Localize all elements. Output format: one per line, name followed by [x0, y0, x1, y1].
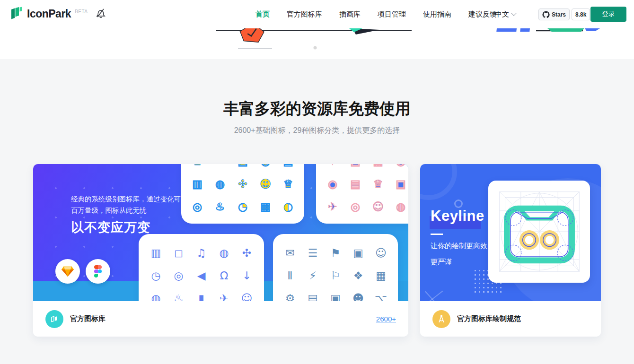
github-stars-widget[interactable]: Stars 8.8k [538, 9, 590, 20]
library-description: 经典的系统级别图标库，通过变化可达到百万量级，图标从此无忧 [71, 193, 196, 216]
luggage-icon: ▤ [301, 287, 324, 301]
main-nav: 首页 官方图标库 插画库 项目管理 使用指南 建议反馈 [255, 0, 497, 28]
hero-illustration-fragment [0, 28, 634, 59]
icon-panel-multicolor-2: ✦▣▦◉◉▤♛▣✈◎☺◍ [316, 164, 408, 224]
github-stars-button[interactable]: Stars [538, 9, 570, 20]
cassette-keyline-illustration [493, 185, 586, 278]
language-selector[interactable]: 中文 [495, 0, 516, 28]
user-icon: ☻ [254, 173, 277, 195]
nav-home[interactable]: 首页 [255, 10, 270, 19]
chevron-down-icon [511, 10, 516, 16]
nav-illustrations[interactable]: 插画库 [339, 10, 361, 19]
network-icon: ❖ [347, 264, 370, 287]
github-icon [542, 11, 550, 18]
library-badge-icon [50, 314, 59, 324]
nav-projects[interactable]: 项目管理 [378, 10, 406, 19]
login-button[interactable]: 登录 [590, 7, 626, 22]
section-subtitle: 2600+基础图标，29种图标分类，提供更多的选择 [0, 126, 634, 136]
keyline-graphic: Keyline 让你的绘制更高效 更严谨 [420, 164, 601, 301]
signpost-icon: ⚐ [324, 264, 347, 287]
github-star-count[interactable]: 8.8k [572, 9, 590, 20]
library-headline: 以不变应万变 [71, 219, 150, 236]
unlock-icon: ◻ [167, 242, 190, 264]
printer-icon: ▤ [277, 164, 299, 173]
sketch-icon [61, 265, 74, 277]
pinwheel-icon: ✣ [236, 242, 258, 264]
monitor-icon: ▣ [324, 287, 347, 301]
people-icon: ☻ [347, 287, 370, 301]
tv-icon: ▦ [370, 264, 392, 287]
building-icon: ⌂ [186, 164, 209, 173]
decor-ring [454, 199, 463, 208]
github-stars-label: Stars [552, 11, 566, 18]
compass-icon [437, 314, 446, 324]
crown-icon: ♛ [367, 173, 389, 195]
camera-icon: ◉ [389, 164, 408, 173]
joystick-icon: ⚙ [279, 287, 301, 301]
save-icon: ▣ [231, 164, 254, 173]
keyline-card-footer: 官方图标库绘制规范 [420, 301, 601, 337]
bell-off-icon[interactable] [96, 8, 106, 21]
logo[interactable]: IconPark BETA [9, 7, 106, 21]
battery-icon: ⚡ [301, 264, 324, 287]
top-navbar: IconPark BETA 首页 官方图标库 插画库 项目管理 使用指南 建议反… [0, 0, 634, 28]
smiley-icon: ☺ [236, 287, 258, 301]
keyline-illustration-panel [488, 181, 590, 283]
iconpark-logo-icon [9, 7, 24, 21]
keyline-underline [431, 234, 443, 235]
fire-icon: ♨ [167, 287, 190, 301]
keyline-badge [432, 310, 450, 328]
nav-guide[interactable]: 使用指南 [423, 10, 451, 19]
pinwheel-icon: ✣ [231, 173, 254, 195]
nav-official-icons[interactable]: 官方图标库 [287, 10, 322, 19]
chrome-icon: ◍ [145, 287, 167, 301]
icon-panel-filled: ✉☰⚑▣☺Ⅱ⚡⚐❖▦⚙▤▣☻⌥ [273, 234, 398, 301]
send-icon: ✈ [213, 287, 236, 301]
notebook-icon: ▥ [145, 242, 167, 264]
face-icon: ☺ [367, 195, 389, 218]
decor-cross-lines [420, 286, 450, 301]
library-footer-title: 官方图标库 [70, 314, 106, 323]
figma-icon [93, 265, 103, 278]
location-icon: ◎ [186, 195, 209, 218]
keyline-card[interactable]: Keyline 让你的绘制更高效 更严谨 [420, 164, 601, 337]
keyline-desc-line2: 更严谨 [431, 258, 452, 267]
film-reel-icon: ◍ [209, 173, 231, 195]
lock-icon: ▣ [347, 242, 370, 264]
figma-badge [86, 259, 110, 284]
beta-tag: BETA [75, 9, 88, 14]
floppy-icon: ▣ [389, 173, 408, 195]
language-label: 中文 [495, 10, 509, 19]
decor-quarter-circle [420, 164, 457, 200]
film-reel-icon: ◍ [213, 242, 236, 264]
keyline-title: Keyline [431, 208, 484, 225]
sketch-badge [55, 259, 80, 284]
icon-library-card[interactable]: 经典的系统级别图标库，通过变化可达到百万量级，图标从此无忧 以不变应万变 ⌂✉▣… [33, 164, 408, 337]
icon-panel-multicolor-1: ⌂✉▣◉▤▥◍✣☻♛◎♨◔▦◐ [181, 164, 304, 224]
pacman-icon: ◔ [231, 195, 254, 218]
pin-icon: ◎ [344, 195, 367, 218]
headphones-icon: Ω [213, 264, 236, 287]
pause-icon: Ⅱ [279, 264, 301, 287]
logo-text: IconPark [27, 8, 71, 20]
library-badge [45, 310, 63, 328]
hero-carousel-clipped [0, 28, 634, 59]
message-icon: ✉ [209, 164, 231, 173]
volume-icon: ◀ [190, 264, 213, 287]
smiley-icon: ☺ [370, 242, 392, 264]
bar-chart-icon: ▮ [190, 287, 213, 301]
download-icon: ↓ [236, 264, 258, 287]
chat-icon: ✉ [279, 242, 301, 264]
calendar-icon: ▦ [254, 195, 277, 218]
disc-icon: ◐ [277, 195, 299, 218]
nav-feedback[interactable]: 建议反馈 [468, 10, 497, 19]
alarm-icon: ◷ [145, 264, 167, 287]
keyline-footer-title: 官方图标库绘制规范 [457, 314, 521, 323]
hanger-icon: ⌥ [370, 287, 392, 301]
icon-library-card-footer: 官方图标库 2600+ [33, 301, 408, 337]
library-count-link[interactable]: 2600+ [376, 315, 396, 323]
music-icon: ♫ [190, 242, 213, 264]
list-icon: ☰ [301, 242, 324, 264]
card-icon: ▣ [344, 164, 367, 173]
carousel-dot [314, 46, 317, 50]
